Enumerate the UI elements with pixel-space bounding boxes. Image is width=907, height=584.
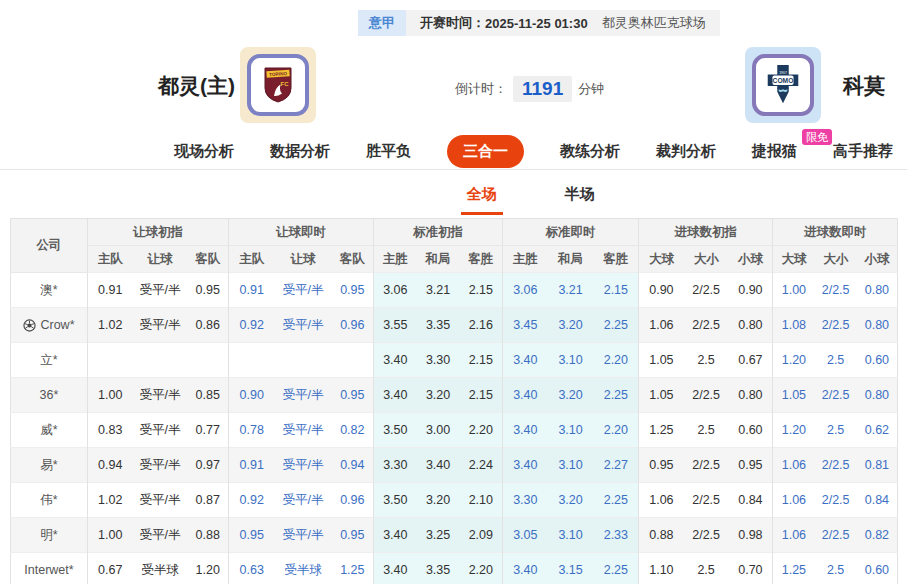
odds-cell[interactable]: 1.05 [773,378,815,413]
tab-1[interactable]: 全场 [461,179,503,215]
nav-item-6[interactable]: 裁判分析 [656,142,716,161]
odds-cell[interactable]: 3.05 [503,518,548,553]
odds-cell[interactable]: 3.10 [548,448,594,483]
tab-2[interactable]: 半场 [559,179,601,215]
odds-cell: 3.06 [374,273,417,308]
odds-cell[interactable]: 受平/半 [275,273,332,308]
odds-cell[interactable]: 0.91 [229,448,275,483]
sub-header: 大球 [639,246,684,273]
kickoff-time: 2025-11-25 01:30 [485,16,588,31]
odds-cell[interactable]: 1.25 [332,553,374,584]
nav-item-1[interactable]: 现场分析 [174,142,234,161]
odds-cell[interactable]: 2.25 [594,378,639,413]
odds-cell[interactable]: 受平/半 [275,413,332,448]
odds-cell[interactable]: 1.25 [773,553,815,584]
odds-cell[interactable]: 0.60 [857,553,898,584]
odds-cell[interactable]: 受平/半 [275,483,332,518]
odds-cell[interactable]: 2.20 [594,413,639,448]
odds-cell[interactable]: 0.84 [857,483,898,518]
odds-cell[interactable]: 0.91 [229,273,275,308]
odds-cell[interactable]: 3.40 [503,448,548,483]
odds-cell[interactable]: 2.27 [594,448,639,483]
odds-cell[interactable]: 3.10 [548,518,594,553]
company-cell: Interwet* [11,553,88,584]
odds-table-wrap: 公司让球初指让球即时标准初指标准即时进球数初指进球数即时主队让球客队主队让球客队… [10,218,897,584]
odds-cell[interactable]: 1.20 [773,413,815,448]
odds-cell[interactable]: 2.20 [594,343,639,378]
odds-cell[interactable]: 0.95 [229,518,275,553]
odds-cell[interactable]: 2/2.5 [815,308,857,343]
odds-cell[interactable]: 0.81 [857,448,898,483]
nav-item-7[interactable]: 捷报猫限免 [752,142,797,161]
odds-cell: 0.86 [188,308,229,343]
odds-cell[interactable]: 0.62 [857,413,898,448]
odds-cell[interactable]: 2.15 [594,273,639,308]
odds-cell[interactable]: 受平/半 [275,378,332,413]
odds-cell[interactable]: 3.40 [503,413,548,448]
odds-cell[interactable]: 2.25 [594,308,639,343]
odds-cell[interactable]: 1.06 [773,448,815,483]
odds-cell[interactable]: 3.20 [548,483,594,518]
odds-cell[interactable]: 2/2.5 [815,483,857,518]
odds-cell: 受平/半 [133,378,188,413]
nav-item-2[interactable]: 数据分析 [270,142,330,161]
odds-cell[interactable]: 0.95 [332,378,374,413]
odds-cell[interactable]: 3.40 [503,378,548,413]
odds-cell[interactable]: 0.78 [229,413,275,448]
odds-cell[interactable]: 0.92 [229,308,275,343]
odds-cell[interactable]: 0.82 [857,518,898,553]
odds-cell[interactable]: 0.80 [857,308,898,343]
odds-cell[interactable]: 2.5 [815,413,857,448]
odds-cell[interactable]: 2.5 [815,343,857,378]
odds-cell[interactable]: 2/2.5 [815,448,857,483]
odds-cell[interactable]: 3.10 [548,343,594,378]
odds-cell[interactable]: 3.40 [503,343,548,378]
odds-cell[interactable]: 0.80 [857,378,898,413]
odds-cell[interactable]: 1.08 [773,308,815,343]
odds-cell[interactable]: 2.25 [594,553,639,584]
odds-cell[interactable]: 2.5 [815,553,857,584]
odds-cell[interactable]: 0.96 [332,483,374,518]
table-row: 36*1.00受平/半0.850.90受平/半0.953.403.202.153… [11,378,898,413]
odds-cell[interactable]: 3.10 [548,413,594,448]
odds-cell[interactable]: 2/2.5 [815,518,857,553]
odds-cell[interactable]: 2/2.5 [815,273,857,308]
odds-cell[interactable]: 0.96 [332,308,374,343]
nav-item-8[interactable]: 高手推荐 [833,142,893,161]
odds-cell[interactable]: 0.90 [229,378,275,413]
odds-cell[interactable]: 0.94 [332,448,374,483]
odds-cell[interactable]: 0.92 [229,483,275,518]
odds-cell[interactable]: 3.45 [503,308,548,343]
odds-cell[interactable]: 受平/半 [275,308,332,343]
odds-cell[interactable]: 0.63 [229,553,275,584]
odds-cell[interactable]: 3.30 [503,483,548,518]
odds-cell[interactable]: 1.06 [773,518,815,553]
odds-cell[interactable]: 1.06 [773,483,815,518]
odds-cell[interactable]: 0.82 [332,413,374,448]
nav-item-3[interactable]: 胜平负 [366,142,411,161]
odds-cell[interactable]: 2.33 [594,518,639,553]
odds-cell[interactable]: 受平/半 [275,448,332,483]
odds-cell[interactable]: 3.20 [548,308,594,343]
table-row: Crow*1.02受平/半0.860.92受平/半0.963.553.352.1… [11,308,898,343]
odds-cell[interactable]: 1.20 [773,343,815,378]
odds-cell[interactable]: 0.60 [857,343,898,378]
odds-cell[interactable]: 3.40 [503,553,548,584]
odds-cell[interactable]: 3.15 [548,553,594,584]
odds-cell[interactable]: 3.21 [548,273,594,308]
odds-cell[interactable]: 受平/半 [275,518,332,553]
odds-cell[interactable]: 1.00 [773,273,815,308]
odds-cell[interactable]: 3.20 [548,378,594,413]
countdown-label: 倒计时： [455,80,507,98]
odds-cell[interactable]: 3.06 [503,273,548,308]
odds-cell[interactable]: 2.25 [594,483,639,518]
nav-item-4[interactable]: 三合一 [447,135,524,168]
league-badge[interactable]: 意甲 [358,10,406,36]
odds-cell[interactable]: 0.95 [332,518,374,553]
odds-cell[interactable]: 受半球 [275,553,332,584]
nav-item-5[interactable]: 教练分析 [560,142,620,161]
odds-cell[interactable]: 2/2.5 [815,378,857,413]
odds-cell[interactable]: 0.95 [332,273,374,308]
odds-cell[interactable]: 0.80 [857,273,898,308]
sub-header: 大球 [773,246,815,273]
